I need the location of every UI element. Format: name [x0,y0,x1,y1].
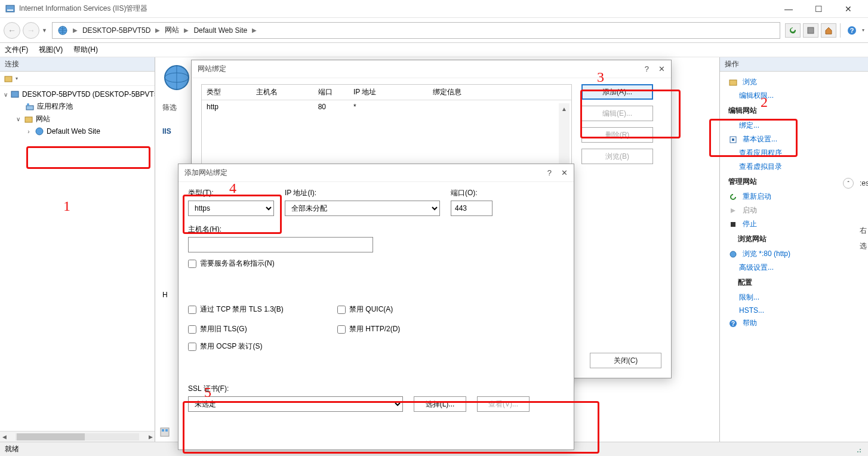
ssl-select-button[interactable]: 选择(L)... [414,396,466,412]
window-title: Internet Information Services (IIS)管理器 [19,4,780,14]
action-advanced[interactable]: 高级设置... [720,261,868,275]
browse-icon [728,249,738,259]
cut-fragment-ces: :es [858,179,868,187]
refresh-button[interactable] [785,23,801,38]
svg-rect-0 [6,5,14,12]
breadcrumb-sites[interactable]: 网站 [165,25,179,35]
tree-sites[interactable]: ∨ 网站 [4,113,155,125]
action-bindings[interactable]: 绑定... [720,119,868,133]
svg-text:?: ? [850,27,854,34]
svg-rect-17 [730,80,737,85]
action-basic-settings[interactable]: 基本设置... [720,133,868,146]
svg-rect-6 [5,76,12,82]
svg-point-21 [730,251,736,257]
home-button[interactable] [821,23,836,38]
menu-file[interactable]: 文件(F) [5,45,28,55]
sni-checkbox[interactable] [188,260,196,268]
action-browse-80[interactable]: 浏览 *:80 (http) [720,247,868,261]
breadcrumb-server[interactable]: DESKTOP-5BPVT5D [82,26,150,35]
action-help[interactable]: ?帮助 [720,316,868,330]
col-type[interactable]: 类型 [202,85,250,100]
addbinding-help-button[interactable]: ? [547,168,552,177]
svg-rect-8 [26,106,33,110]
breadcrumb-site[interactable]: Default Web Site [193,26,247,35]
action-edit-permissions[interactable]: 编辑权限... [720,89,868,103]
forward-button[interactable]: → [23,22,39,39]
nav-history-dropdown[interactable]: ▼ [42,27,47,33]
add-binding-title[interactable]: 添加网站绑定 ? ✕ [178,164,574,182]
settings-icon [728,135,738,144]
ocsp-checkbox[interactable] [188,343,196,351]
section-manage-site: 管理网站ˆ [720,174,868,190]
action-view-apps[interactable]: 查看应用程序 [720,146,868,160]
action-browse[interactable]: 浏览 [720,75,868,89]
site-home-globe-icon [162,63,191,92]
ip-select[interactable]: 全部未分配 [285,201,440,216]
section-config: 配置 [720,275,868,291]
binding-row[interactable]: http 80 * [202,100,571,113]
tls13-checkbox[interactable] [188,306,196,314]
tree-default-site[interactable]: › Default Web Site [4,125,155,137]
minimize-button[interactable]: — [780,4,798,14]
bindings-browse-button[interactable]: 浏览(B) [581,149,653,164]
bindings-close-btn[interactable]: 关闭(C) [590,353,661,368]
maximize-button[interactable]: ☐ [809,4,827,14]
col-host[interactable]: 主机名 [251,85,311,100]
svg-rect-25 [857,451,858,452]
bindings-dialog-title[interactable]: 网站绑定 ? ✕ [192,60,671,78]
action-hsts[interactable]: HSTS... [720,304,868,316]
features-view-icon[interactable] [160,427,170,437]
globe-icon [57,25,68,36]
cut-fragment-right: 右 [858,226,868,236]
ssl-cert-select[interactable]: 未选定 [188,396,403,412]
bindings-help-button[interactable]: ? [645,64,649,73]
quic-checkbox[interactable] [337,306,346,314]
action-start[interactable]: 启动 [720,204,868,217]
tree-app-pools[interactable]: 应用程序池 [4,100,155,113]
oldtls-checkbox[interactable] [188,325,196,334]
help-button-toolbar[interactable]: ? [844,23,860,38]
http2-checkbox[interactable] [337,325,346,334]
action-stop[interactable]: 停止 [720,217,868,231]
svg-rect-19 [732,138,734,141]
svg-rect-1 [7,10,13,11]
bindings-edit-button[interactable]: 编辑(E)... [581,106,653,121]
addbinding-close-button[interactable]: ✕ [561,168,568,177]
status-grip-icon [852,445,863,454]
iis-app-icon [5,4,16,14]
menubar: 文件(F) 视图(V) 帮助(H) [0,43,868,57]
col-info[interactable]: 绑定信息 [428,85,547,100]
col-ip[interactable]: IP 地址 [349,85,426,100]
label-type: 类型(T): [188,188,274,198]
svg-rect-16 [165,429,168,432]
menu-view[interactable]: 视图(V) [39,45,63,55]
cut-fragment-select: 选 [858,241,868,251]
connect-icon[interactable] [4,74,13,84]
action-limits[interactable]: 限制... [720,291,868,304]
label-host: 主机名(H): [188,224,564,235]
col-port[interactable]: 端口 [313,85,347,100]
svg-rect-7 [11,91,19,97]
action-restart[interactable]: 重新启动 [720,190,868,204]
stop-button-toolbar[interactable] [803,23,818,38]
tree-hscroll[interactable]: ◀ ▶ [0,431,155,442]
ssl-view-button[interactable]: 查看(V)... [477,396,530,412]
host-input[interactable] [188,237,373,252]
collapse-icon[interactable]: ˆ [843,178,854,189]
menu-help[interactable]: 帮助(H) [73,45,98,55]
label-ip: IP 地址(I): [285,188,440,198]
type-select[interactable]: https [188,201,274,216]
bindings-remove-button[interactable]: 删除(R) [581,127,653,143]
back-button[interactable]: ← [4,22,20,39]
actions-panel: 操作 浏览 编辑权限... 编辑网站 绑定... 基本设置... 查看应用程序 … [720,57,868,442]
bindings-add-button[interactable]: 添加(A)... [581,84,653,100]
breadcrumb[interactable]: ▶ DESKTOP-5BPVT5D ▶ 网站 ▶ Default Web Sit… [52,22,780,39]
tree-server[interactable]: ∨ DESKTOP-5BPVT5D (DESKTOP-5BPVT5D) [4,88,155,100]
close-button[interactable]: ✕ [839,4,857,14]
section-edit-site: 编辑网站 [720,103,868,119]
action-view-vdir[interactable]: 查看虚拟目录 [720,160,868,174]
svg-rect-10 [25,117,32,122]
bindings-close-button[interactable]: ✕ [658,64,665,73]
port-input[interactable] [451,201,493,216]
svg-point-9 [27,103,29,106]
